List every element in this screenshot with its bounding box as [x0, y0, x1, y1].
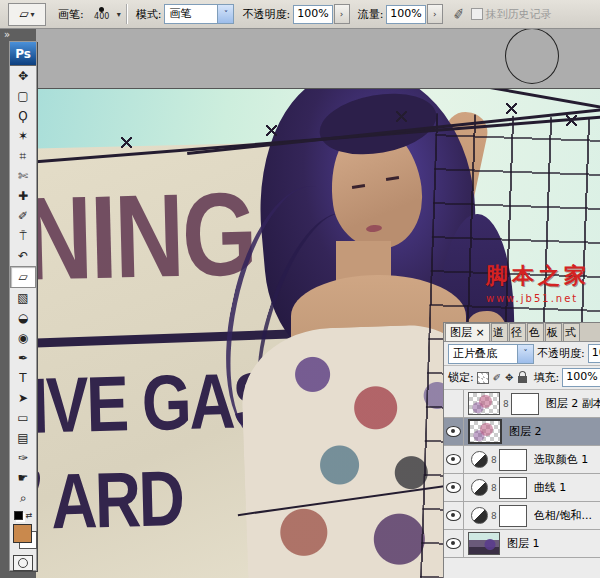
lock-all-icon[interactable]: [518, 376, 527, 383]
visibility-toggle[interactable]: [444, 474, 464, 501]
layer-row[interactable]: 8 色相/饱和...: [444, 502, 600, 530]
default-colors-icon[interactable]: [14, 511, 23, 520]
tab-layers[interactable]: 图层 ×: [445, 323, 490, 341]
opacity-input[interactable]: 100%: [293, 5, 332, 24]
visibility-toggle[interactable]: [444, 530, 464, 557]
fill-label: 填充:: [534, 370, 560, 385]
blend-mode-select[interactable]: 正片叠底 ˅: [448, 344, 534, 364]
healing-brush-tool[interactable]: ✚: [10, 186, 36, 206]
mode-select[interactable]: 画笔 ˅: [164, 4, 234, 24]
layer-row[interactable]: 图层 2: [444, 418, 600, 446]
erase-history-label: 抹到历史记录: [486, 7, 552, 22]
visibility-toggle[interactable]: [444, 418, 464, 445]
layer-row[interactable]: 8 曲线 1: [444, 474, 600, 502]
tab-swatches[interactable]: 板: [545, 323, 562, 341]
panel-tabs: 图层 × 道 径 色 板 式: [444, 323, 600, 342]
move-tool[interactable]: ✥: [10, 66, 36, 86]
lock-move-icon[interactable]: ✥: [505, 372, 513, 383]
layer-name: 色相/饱和...: [534, 508, 592, 523]
notes-tool[interactable]: ▤: [10, 428, 36, 448]
tab-styles[interactable]: 式: [563, 323, 580, 341]
eye-icon: [446, 426, 461, 437]
lock-paint-icon[interactable]: ✐: [493, 372, 501, 383]
tab-color[interactable]: 色: [527, 323, 544, 341]
flow-input[interactable]: 100%: [386, 5, 425, 24]
layers-panel: 图层 × 道 径 色 板 式 正片叠底 ˅ 不透明度: 100% 锁定: ✐ ✥…: [443, 322, 600, 578]
layer-opacity-input[interactable]: 100%: [588, 344, 600, 363]
photo-barb: [396, 111, 407, 122]
lasso-tool[interactable]: Ϙ: [10, 106, 36, 126]
eraser-tool[interactable]: ▱: [10, 266, 36, 288]
collapse-arrows-icon[interactable]: »: [0, 28, 36, 40]
visibility-toggle[interactable]: [444, 502, 464, 529]
erase-history-checkbox[interactable]: [471, 8, 483, 20]
layer-list: 8 图层 2 副本 图层 2 8 选取颜色 1 8 曲线 1 8: [444, 390, 600, 558]
layer-thumbnail[interactable]: [468, 532, 500, 555]
chevron-down-icon: ▾: [31, 10, 35, 19]
type-tool[interactable]: T: [10, 368, 36, 388]
adjustment-layer-icon[interactable]: [471, 479, 488, 496]
layer-mask-thumbnail[interactable]: [511, 393, 539, 415]
visibility-toggle[interactable]: [444, 446, 464, 473]
watermark: 脚本之家 www.jb51.net: [486, 261, 590, 304]
layer-mask-thumbnail[interactable]: [499, 477, 527, 499]
blend-mode-row: 正片叠底 ˅ 不透明度: 100%: [444, 342, 600, 366]
shape-tool[interactable]: ▭: [10, 408, 36, 428]
brush-tool[interactable]: ✐: [10, 206, 36, 226]
brush-preset-picker[interactable]: 400: [87, 3, 117, 25]
clone-stamp-tool[interactable]: ⍑: [10, 226, 36, 246]
foreground-color-swatch[interactable]: [13, 524, 32, 543]
layer-thumbnail[interactable]: [468, 392, 500, 415]
combo-arrow-icon[interactable]: ˅: [517, 345, 533, 363]
mask-link-icon: 8: [491, 511, 497, 521]
airbrush-icon[interactable]: ✐: [451, 5, 465, 23]
visibility-toggle[interactable]: [444, 390, 464, 417]
layer-opacity-label: 不透明度:: [537, 346, 585, 361]
tab-paths[interactable]: 径: [509, 323, 526, 341]
layer-row[interactable]: 8 图层 2 副本: [444, 390, 600, 418]
slice-tool[interactable]: ✄: [10, 166, 36, 186]
magic-wand-tool[interactable]: ✶: [10, 126, 36, 146]
lock-row: 锁定: ✐ ✥ 填充: 100%: [444, 366, 600, 390]
combo-arrow-icon[interactable]: ˅: [217, 5, 233, 23]
opacity-slider-button[interactable]: ›: [334, 4, 350, 24]
toolbox: Ps ✥ ▢ Ϙ ✶ ⌗ ✄ ✚ ✐ ⍑ ↶ ▱ ▧ ◒ ◉ ✒ T ➤ ▭ ▤…: [9, 41, 37, 571]
eye-icon: [446, 510, 461, 521]
lock-transparency-icon[interactable]: [477, 372, 489, 384]
mode-label: 模式:: [136, 7, 162, 22]
photo-barb: [566, 115, 577, 126]
eye-icon: [446, 454, 461, 465]
burn-tool[interactable]: ◉: [10, 328, 36, 348]
layer-mask-thumbnail[interactable]: [499, 505, 527, 527]
layer-row[interactable]: 图层 1: [444, 530, 600, 558]
flow-slider-button[interactable]: ›: [427, 4, 443, 24]
swap-colors-icon[interactable]: ⇄: [26, 511, 33, 520]
tool-preset-picker[interactable]: ▱ ▾: [8, 3, 46, 26]
history-brush-tool[interactable]: ↶: [10, 246, 36, 266]
path-select-tool[interactable]: ➤: [10, 388, 36, 408]
hand-tool[interactable]: ☛: [10, 468, 36, 488]
zoom-tool[interactable]: ⌕: [10, 488, 36, 508]
adjustment-layer-icon[interactable]: [471, 451, 488, 468]
marquee-tool[interactable]: ▢: [10, 86, 36, 106]
mode-value: 画笔: [165, 5, 217, 23]
options-bar: ▱ ▾ 画笔: 400 ▾ 模式: 画笔 ˅ 不透明度: 100% › 流量: …: [0, 0, 600, 29]
layer-thumbnail[interactable]: [468, 419, 502, 444]
watermark-title: 脚本之家: [486, 261, 590, 291]
pen-tool[interactable]: ✒: [10, 348, 36, 368]
fill-input[interactable]: 100%: [562, 368, 600, 387]
tab-channels[interactable]: 道: [491, 323, 508, 341]
layer-mask-thumbnail[interactable]: [499, 449, 527, 471]
eye-icon: [446, 482, 461, 493]
adjustment-layer-icon[interactable]: [471, 507, 488, 524]
quick-mask-button[interactable]: [13, 555, 33, 571]
layer-row[interactable]: 8 选取颜色 1: [444, 446, 600, 474]
blur-tool[interactable]: ◒: [10, 308, 36, 328]
blend-mode-value: 正片叠底: [449, 345, 517, 363]
eyedropper-tool[interactable]: ✑: [10, 448, 36, 468]
crop-tool[interactable]: ⌗: [10, 146, 36, 166]
gradient-tool[interactable]: ▧: [10, 288, 36, 308]
layer-name: 图层 1: [507, 536, 540, 551]
separator: [126, 4, 128, 24]
tool-dock: » Ps ✥ ▢ Ϙ ✶ ⌗ ✄ ✚ ✐ ⍑ ↶ ▱ ▧ ◒ ◉ ✒ T ➤ ▭…: [0, 28, 36, 578]
